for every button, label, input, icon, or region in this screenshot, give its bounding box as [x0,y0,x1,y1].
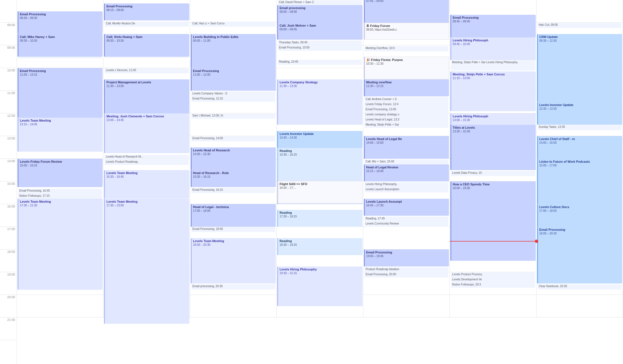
event-2-12[interactable]: Levels Team Meeting18:30 – 20:30 [191,238,276,283]
event-4-18[interactable]: Levels Community Review [365,222,448,227]
time-label-1900: 19:00 [0,272,17,295]
event-5-2[interactable]: Meeting; Steijn Pelle + Sar Levels Hirin… [451,60,535,71]
event-2-3[interactable]: Levels Company Values - S [191,92,275,97]
event-4-4[interactable]: Meeting overflow11:30 – 12:15 [364,79,449,96]
event-4-8[interactable]: Levels company strategy u [365,113,448,118]
event-4-6[interactable]: Levels Friday Forum, 12:4 [365,102,448,107]
calendar-container: 08:00 09:00 10:00 11:00 12:00 13:00 14:0… [0,0,623,364]
event-0-4[interactable]: Levels Team Meeting13:15 – 14:45 [18,118,103,152]
event-1-12[interactable]: Levels Team Meeting17:30 – 23:00 [104,199,189,324]
columns-area: Email Processing08:30 – 09:30Call; Mike … [17,0,623,364]
event-2-8[interactable]: Head of Research - Role15:30 – 16:15 [191,170,276,187]
event-3-2[interactable]: Call; Josh Mohrer + Sam09:00 – 09:45 [277,23,362,40]
event-0-1[interactable]: Call; Mike Haney + Sam09:30 – 10:30 [18,34,103,57]
event-1-9[interactable]: Levels Team Meeting15:30 – 16:45 [104,170,189,198]
event-2-0[interactable]: Call; Hao Li + Sam Corco [191,22,275,27]
event-1-0[interactable]: Email Processing08:15 – 09:00 [104,3,189,20]
time-label-1300: 13:00 [0,136,17,159]
event-2-6[interactable]: Email Processing, 14:00 [191,136,275,141]
event-5-0[interactable]: Email Processing08:45 – 09:45 [450,15,535,37]
event-5-7[interactable]: How a CEO Spends Time16:00 – 19:30 [450,181,535,261]
event-5-8[interactable]: Levels Product Process, [451,272,535,278]
event-0-3[interactable]: Email Processing11:00 – 13:15 [18,68,103,118]
event-1-2[interactable]: Call; Xinlu Huang + Sam09:30 – 10:30 [104,34,189,57]
event-5-10[interactable]: Notion Followups, 20:3 [451,283,535,288]
event-2-13[interactable]: Email processing, 20:30 [191,284,275,289]
event-2-10[interactable]: Head of Legal - technica17:00 – 18:00 [191,204,276,227]
time-gutter: 08:00 09:00 10:00 11:00 12:00 13:00 14:0… [0,0,17,364]
event-4-7[interactable]: Email Processing, 13:00 [365,107,448,113]
event-6-3[interactable]: Levels Investor Update12:30 – 13:30 [537,102,622,125]
event-6-7[interactable]: Email Processing18:00 – 20:30 [537,227,622,283]
event-3-6[interactable]: Levels Company Strategy11:30 – 13:30 [277,79,362,125]
event-4-13[interactable]: Head of Legal Review15:15 – 16:00 [364,164,449,181]
event-4-9[interactable]: Levels Head of Legal, 13:3 [365,118,448,123]
event-4-20[interactable]: Product Roadmap Ideation [365,267,448,272]
event-4-2[interactable]: Meeting Overflow, 10:0 [365,46,448,51]
event-5-5[interactable]: Titles at Levels13:30 – 15:30 [450,125,535,170]
event-4-1[interactable]: 🗓 Friday Forum09:00, https://us02web.z [364,23,449,40]
event-6-0[interactable]: Hair Cut, 09:00 [538,23,622,28]
event-3-0[interactable]: Call; David Flinner + Sam C [278,0,362,5]
event-3-11[interactable]: Reading17:30 – 18:15 [277,210,362,227]
time-label-1400: 14:00 [0,159,17,181]
event-3-7[interactable]: Levels Investor Update13:45 – 14:30 [277,131,362,148]
event-4-16[interactable]: Levels Launch Assumpt16:45 – 17:30 [364,199,449,216]
event-4-5[interactable]: Call; Andrew Conner + S [365,97,448,102]
time-label-1500: 15:00 [0,181,17,204]
event-2-1[interactable]: Levels Building in Public Edits09:30 – 1… [191,34,276,68]
event-3-5[interactable]: Reading, 10:45 [278,60,362,65]
day-column-0: Email Processing08:30 – 09:30Call; Mike … [17,0,103,318]
event-6-2[interactable]: Sunday Tasks, 13:30 [538,125,622,130]
time-label-2000: 20:00 [0,295,17,318]
event-2-11[interactable]: Email Processing, 18:00 [191,227,275,232]
day-column-4: Email Processing07:45 – 09:00🗓 Friday Fo… [363,0,450,318]
event-5-3[interactable]: Meeting; Steijn Pelle + Sam Corcos11:15 … [450,71,535,111]
event-0-7[interactable]: Notion Followups, 17:15 [18,194,102,199]
event-0-6[interactable]: Email Processing, 16:45 [18,189,102,194]
event-1-1[interactable]: Call; Murillo Nicácio De [105,22,188,27]
event-2-7[interactable]: Levels Head of Research14:30 – 15:30 [191,147,276,170]
event-4-10[interactable]: Meeting; Steijn Pelle + Sar [365,123,448,128]
time-label-1800: 18:00 [0,249,17,272]
event-6-4[interactable]: Levels Chief of Staff - re14:00 – 15:00 [537,136,622,159]
event-1-4[interactable]: Levels x Dexcom, 11:00 [105,68,188,73]
event-4-14[interactable]: Levels Hiring Philosophy, [365,182,448,187]
event-4-0[interactable]: Email Processing07:45 – 09:00 [364,0,449,23]
event-4-19[interactable]: Email Processing19:00 – 19:45 [364,249,449,266]
event-6-8[interactable]: Clear Notebook, 20:30 [538,284,622,289]
event-6-5[interactable]: Listen to Future of Work Podcasts15:00 –… [537,159,622,204]
event-1-5[interactable]: Project Management at Levels11:30 – 13:0… [104,79,189,113]
event-4-17[interactable]: Reading, 17:45 [365,217,448,222]
event-5-1[interactable]: Levels Hiring Philosoph09:45 – 10:45 [450,37,535,60]
event-2-2[interactable]: Email Processing11:00 – 12:00 [191,68,276,91]
event-0-5[interactable]: Levels Friday Forum Review15:00 – 16:15 [18,159,103,187]
event-3-12[interactable]: Reading18:30 – 19:15 [277,238,362,255]
time-label-1600: 16:00 [0,204,17,227]
event-3-3[interactable]: Thursday Tasks, 09:45 [278,41,362,46]
event-3-4[interactable]: Email Processing, 10:00 [278,46,362,51]
event-4-12[interactable]: Call; Miz + Sam, 15:00 [365,160,448,165]
event-1-8[interactable]: Levels Product Roadmap, [105,160,188,165]
event-4-11[interactable]: Levels Head of Legal Re14:00 – 15:00 [364,136,449,159]
event-1-7[interactable]: Levels Head of Research M... [105,155,188,160]
event-5-9[interactable]: Levels Development Ve [451,278,535,283]
event-3-13[interactable]: Levels Hiring Philosophy19:30 – 21:15 [277,266,362,306]
event-6-6[interactable]: Levels Culture Docs17:00 – 18:00 [537,204,622,227]
event-2-5[interactable]: Sam / Michael, 13:00, ht [191,114,275,119]
event-0-8[interactable]: Levels Team Meeting17:30 – 21:30 [18,199,103,290]
event-3-10[interactable]: Flight SAN => SFO16:00 – 17:... [277,181,362,204]
current-time-dot [535,240,538,243]
event-0-0[interactable]: Email Processing08:30 – 09:30 [18,11,103,34]
time-label-2100: 21:00 [0,318,17,340]
event-6-1[interactable]: CRM Update09:30 – 12:30 [537,34,622,102]
event-4-3[interactable]: 🎉 Friday Fiesta: Purpos10:30 – 11:30 [364,57,449,79]
event-2-4[interactable]: Email Processing, 12:15 [191,97,275,102]
time-label-900: 09:00 [0,45,17,68]
event-4-15[interactable]: Levels Launch Assumption [365,187,448,192]
event-1-6[interactable]: Meeting; Josh Clemente + Sam Corcos13:00… [104,113,189,153]
event-2-9[interactable]: Email Processing, 16:15 [191,188,275,193]
event-4-21[interactable]: Email Processing, 20:00 [365,272,448,278]
event-5-6[interactable]: Levels Data Privacy, 15: [451,171,535,176]
day-column-6: Hair Cut, 09:00CRM Update09:30 – 12:30Su… [537,0,623,318]
